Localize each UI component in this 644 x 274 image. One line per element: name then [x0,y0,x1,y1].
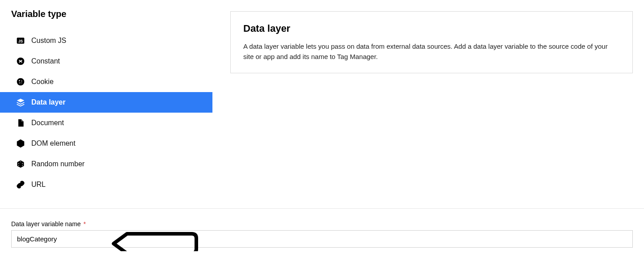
var-item-label: URL [31,181,46,189]
upper-section: Variable type JS Custom JS Constant [0,0,644,208]
variable-type-list: JS Custom JS Constant Cookie [0,30,212,195]
required-mark: * [84,220,86,228]
var-item-url[interactable]: URL [0,174,212,195]
form-section: Data layer variable name * [0,209,644,251]
svg-point-12 [22,165,23,166]
var-item-label: Data layer [31,98,66,106]
variable-name-input[interactable] [11,230,633,248]
svg-point-6 [19,82,20,83]
svg-point-4 [19,80,20,81]
cube-icon [16,139,25,148]
var-item-label: DOM element [31,139,76,148]
var-item-custom-js[interactable]: JS Custom JS [0,30,212,51]
svg-point-7 [21,83,22,84]
var-item-label: Cookie [31,78,54,86]
var-item-label: Document [31,119,64,127]
js-icon: JS [16,36,25,45]
variable-type-sidebar: Variable type JS Custom JS Constant [11,9,212,195]
var-item-constant[interactable]: Constant [0,51,212,72]
svg-point-9 [18,163,19,164]
label-text: Data layer variable name [11,220,81,228]
variable-name-label: Data layer variable name * [11,220,86,228]
page-root: Variable type JS Custom JS Constant [0,0,644,251]
link-icon [16,180,25,189]
detail-box: Data layer A data layer variable lets yo… [230,11,633,73]
svg-point-5 [21,80,22,81]
cookie-icon [16,77,25,86]
detail-description: A data layer variable lets you pass on d… [243,42,620,62]
svg-point-11 [22,163,23,164]
constant-icon [16,57,25,66]
var-item-random-number[interactable]: Random number [0,154,212,174]
svg-text:JS: JS [18,39,23,43]
sidebar-title: Variable type [11,9,212,19]
var-item-document[interactable]: Document [0,113,212,133]
svg-point-3 [17,78,25,86]
detail-panel: Data layer A data layer variable lets yo… [230,9,644,195]
var-item-dom-element[interactable]: DOM element [0,133,212,154]
detail-title: Data layer [243,23,620,34]
var-item-label: Custom JS [31,37,66,45]
var-item-label: Constant [31,57,60,65]
svg-point-10 [18,165,19,166]
var-item-label: Random number [31,160,85,168]
dice-icon [16,160,25,169]
document-icon [16,118,25,127]
var-item-cookie[interactable]: Cookie [0,72,212,92]
var-item-data-layer[interactable]: Data layer [0,92,212,113]
svg-point-8 [20,161,21,162]
layers-icon [16,98,25,107]
